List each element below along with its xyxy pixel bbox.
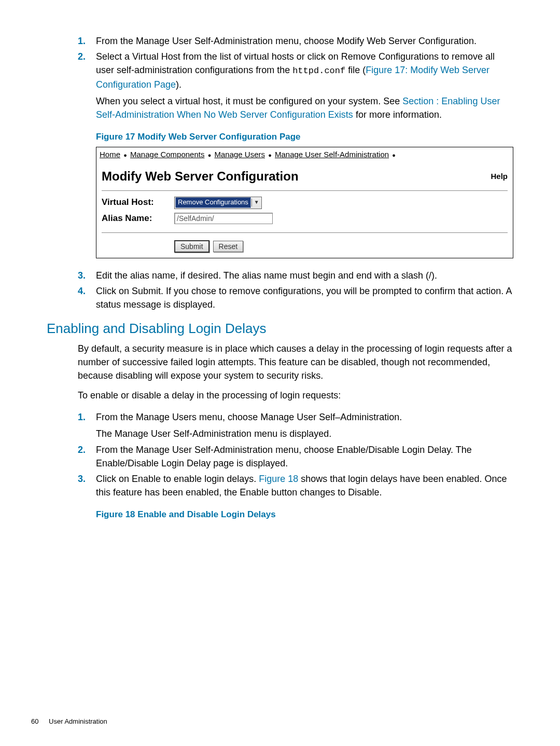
bc-sep: ● [207, 152, 213, 158]
step-text: From the Manage User Self-Administration… [96, 36, 477, 46]
step-marker: 4. [78, 284, 86, 298]
step-text: Edit the alias name, if desired. The ali… [96, 270, 437, 281]
step-marker: 2. [78, 443, 86, 457]
step-marker: 3. [78, 269, 86, 282]
code-inline: httpd.conf [292, 66, 345, 76]
page-number: 60 [31, 717, 38, 725]
bc-sep: ● [122, 152, 128, 158]
section-heading: Enabling and Disabling Login Delays [47, 321, 513, 337]
step-3: 3. Edit the alias name, if desired. The … [78, 269, 513, 282]
step-marker: 1. [78, 410, 86, 424]
step-before: Click on Enable to enable login delays. [96, 474, 259, 484]
alias-name-input[interactable] [174, 213, 273, 224]
step-text: From the Manage Users menu, choose Manag… [96, 412, 402, 422]
step-2: 2. Select a Virtual Host from the list o… [78, 50, 513, 258]
reset-button[interactable]: Reset [213, 241, 244, 252]
ordered-list-bottom: 1. From the Manage Users menu, choose Ma… [78, 410, 513, 521]
divider [102, 232, 508, 233]
breadcrumb: Home ● Manage Components ● Manage Users … [96, 147, 513, 162]
step-para2-after: for more information. [353, 109, 442, 120]
figure17-title: Modify Web Server Configuration [102, 168, 299, 186]
figure18-caption: Figure 18 Enable and Disable Login Delay… [96, 508, 513, 521]
bstep-2: 2. From the Manage User Self-Administrat… [78, 443, 513, 470]
step-text: Click on Submit. If you chose to remove … [96, 286, 511, 310]
step-sub: The Manage User Self-Administration menu… [96, 429, 331, 439]
bstep-3: 3. Click on Enable to enable login delay… [78, 472, 513, 521]
bstep-1: 1. From the Manage Users menu, choose Ma… [78, 410, 513, 440]
label-alias-name: Alias Name: [102, 212, 174, 225]
step-tail: ). [176, 79, 181, 90]
figure17-form: Virtual Host: Remove Configurations ▼ Al… [96, 196, 513, 230]
virtual-host-select[interactable]: Remove Configurations ▼ [174, 197, 262, 209]
figure-link[interactable]: Figure 18 [259, 474, 298, 484]
section-para-1: By default, a security measure is in pla… [78, 342, 513, 382]
bc-sep: ● [267, 152, 273, 158]
step-marker: 1. [78, 34, 86, 48]
figure17-caption: Figure 17 Modify Web Server Configuratio… [96, 131, 513, 144]
select-value: Remove Configurations [175, 197, 251, 208]
step-text: From the Manage User Self-Administration… [96, 445, 472, 468]
chevron-down-icon: ▼ [251, 199, 261, 206]
ordered-list-top: 1. From the Manage User Self-Administrat… [78, 34, 513, 311]
section-para-2: To enable or disable a delay in the proc… [78, 389, 513, 402]
step-para2-before: When you select a virtual host, it must … [96, 96, 402, 106]
step-4: 4. Click on Submit. If you chose to remo… [78, 284, 513, 311]
step-marker: 3. [78, 472, 86, 486]
step-1: 1. From the Manage User Self-Administrat… [78, 34, 513, 48]
page-footer: 60 User Administration [31, 717, 107, 725]
bc-users[interactable]: Manage Users [214, 150, 265, 159]
help-link[interactable]: Help [491, 171, 508, 182]
divider [102, 190, 508, 191]
bc-home[interactable]: Home [100, 150, 120, 159]
step-text-after: file ( [345, 65, 366, 75]
bc-selfadmin[interactable]: Manage User Self-Administration [275, 150, 389, 159]
submit-button[interactable]: Submit [174, 240, 209, 253]
footer-title: User Administration [49, 717, 107, 725]
figure17-box: Home ● Manage Components ● Manage Users … [96, 147, 513, 258]
bc-sep: ● [391, 152, 397, 158]
bc-components[interactable]: Manage Components [130, 150, 204, 159]
step-marker: 2. [78, 50, 86, 63]
label-virtual-host: Virtual Host: [102, 196, 174, 209]
